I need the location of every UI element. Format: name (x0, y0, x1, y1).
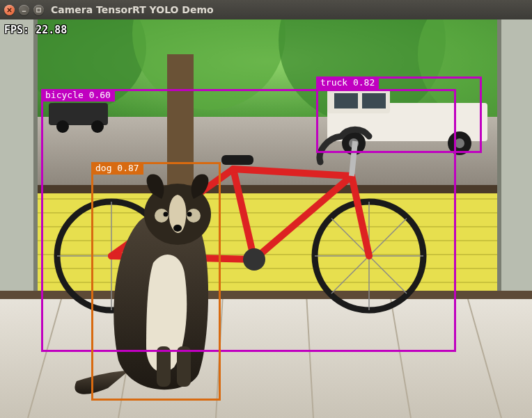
application-window: Camera TensorRT YOLO Demo (0, 0, 532, 418)
svg-point-12 (56, 120, 69, 133)
svg-point-13 (91, 120, 104, 133)
svg-rect-30 (0, 185, 532, 193)
svg-point-66 (173, 225, 182, 232)
scene-image (0, 19, 532, 418)
svg-point-64 (164, 212, 169, 217)
window-controls (4, 5, 44, 15)
window-title: Camera TensorRT YOLO Demo (51, 4, 528, 15)
svg-rect-3 (37, 8, 40, 11)
svg-rect-16 (334, 93, 358, 108)
svg-rect-60 (177, 346, 191, 387)
svg-point-65 (187, 212, 192, 217)
svg-rect-17 (362, 93, 386, 108)
titlebar[interactable]: Camera TensorRT YOLO Demo (0, 0, 532, 19)
maximize-button[interactable] (33, 5, 44, 15)
video-viewport: FPS: 22.88 bicycle 0.60truck 0.82dog 0.8… (0, 19, 532, 418)
svg-rect-35 (0, 294, 532, 418)
svg-rect-57 (221, 155, 253, 165)
svg-rect-59 (157, 346, 171, 387)
svg-point-21 (455, 138, 464, 148)
svg-point-58 (243, 248, 265, 271)
close-button[interactable] (4, 5, 15, 15)
minimize-button[interactable] (19, 5, 29, 15)
svg-rect-10 (167, 54, 194, 193)
